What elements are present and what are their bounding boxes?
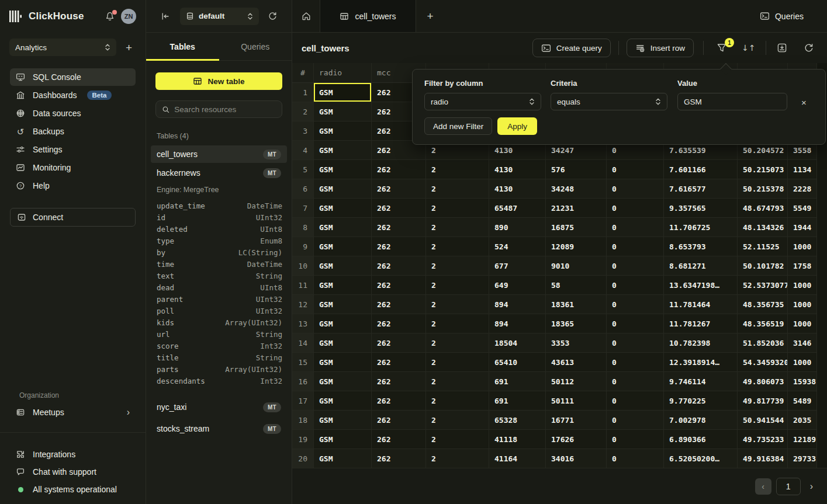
table-cell[interactable]: 691 (489, 391, 546, 411)
table-cell[interactable]: 262 (372, 411, 426, 430)
table-cell[interactable]: 1134 (788, 160, 817, 179)
table-cell[interactable]: 9.746114 (664, 372, 738, 391)
table-cell[interactable]: GSM (314, 430, 372, 449)
table-cell[interactable]: 4130 (489, 179, 546, 199)
table-cell[interactable]: 576 (546, 160, 607, 179)
table-cell[interactable]: 49.735233 (738, 430, 788, 449)
table-cell[interactable]: 1000 (788, 237, 817, 256)
table-cell[interactable]: 18361 (546, 295, 607, 314)
table-cell[interactable]: 262 (372, 276, 426, 295)
table-cell[interactable]: 262 (372, 372, 426, 391)
table-list-item-hackernews[interactable]: hackernews MT (151, 164, 287, 182)
home-tab-button[interactable] (292, 0, 320, 32)
table-cell[interactable]: 677 (489, 256, 546, 276)
new-tab-button[interactable]: + (416, 0, 444, 32)
table-cell[interactable]: 2 (426, 314, 489, 333)
sidebar-item-backups[interactable]: ↺ Backups (10, 123, 136, 140)
notifications-button[interactable] (105, 11, 115, 22)
table-cell[interactable]: 0 (607, 276, 664, 295)
column-header[interactable]: # (292, 63, 314, 83)
table-cell[interactable]: 2 (426, 218, 489, 237)
table-cell[interactable]: 0 (607, 199, 664, 218)
table-cell[interactable]: 262 (372, 333, 426, 353)
tab-cell-towers[interactable]: cell_towers (320, 0, 416, 32)
table-cell[interactable]: 52.11525 (738, 237, 788, 256)
table-cell[interactable]: GSM (314, 295, 372, 314)
table-cell[interactable]: 8.681271 (664, 256, 738, 276)
add-new-filter-button[interactable]: Add new Filter (424, 117, 492, 135)
create-query-button[interactable]: Create query (532, 39, 611, 57)
sort-button[interactable]: ↓↑ (742, 43, 756, 53)
table-cell[interactable]: 11.781267 (664, 314, 738, 333)
table-cell[interactable]: 0 (607, 160, 664, 179)
refresh-table-button[interactable] (802, 43, 816, 53)
sidebar-item-data-sources[interactable]: Data sources (10, 105, 136, 122)
table-cell[interactable]: 15938 (788, 372, 817, 391)
table-cell[interactable]: 262 (372, 430, 426, 449)
table-cell[interactable]: 649 (489, 276, 546, 295)
table-cell[interactable]: 262 (372, 160, 426, 179)
table-cell[interactable]: 3146 (788, 333, 817, 353)
table-cell[interactable]: 12189 (788, 430, 817, 449)
table-cell[interactable]: GSM (314, 391, 372, 411)
previous-page-button[interactable]: ‹ (755, 478, 771, 495)
table-cell[interactable]: GSM (314, 199, 372, 218)
table-cell[interactable]: GSM (314, 256, 372, 276)
table-cell[interactable]: 12089 (546, 237, 607, 256)
table-cell[interactable]: 2 (426, 276, 489, 295)
table-cell[interactable]: 2 (426, 160, 489, 179)
table-cell[interactable]: GSM (314, 276, 372, 295)
table-list-item-nyc-taxi[interactable]: nyc_taxi MT (151, 398, 287, 416)
table-cell[interactable]: 16875 (546, 218, 607, 237)
table-cell[interactable]: 2 (426, 430, 489, 449)
table-cell[interactable]: GSM (314, 121, 372, 141)
table-cell[interactable]: 9.357565 (664, 199, 738, 218)
table-cell[interactable]: 48.356735 (738, 295, 788, 314)
current-page-indicator[interactable]: 1 (776, 478, 801, 495)
table-cell[interactable]: 0 (607, 256, 664, 276)
table-cell[interactable]: 0 (607, 372, 664, 391)
sidebar-item-help[interactable]: ? Help (10, 177, 136, 194)
table-cell[interactable]: 0 (607, 391, 664, 411)
table-cell[interactable]: 262 (372, 314, 426, 333)
table-cell[interactable]: GSM (314, 372, 372, 391)
table-cell[interactable]: 1000 (788, 353, 817, 372)
table-cell[interactable]: 0 (607, 411, 664, 430)
table-cell[interactable]: 262 (372, 391, 426, 411)
table-cell[interactable]: 49.806073 (738, 372, 788, 391)
table-cell[interactable]: 29733 (788, 449, 817, 468)
table-cell[interactable]: 16771 (546, 411, 607, 430)
table-cell[interactable]: 34016 (546, 449, 607, 468)
next-page-button[interactable]: › (810, 481, 813, 492)
table-cell[interactable]: 50.941544 (738, 411, 788, 430)
table-cell[interactable]: GSM (314, 353, 372, 372)
collapse-panel-button[interactable] (161, 12, 170, 21)
table-cell[interactable]: 50.215378 (738, 179, 788, 199)
table-cell[interactable]: 0 (607, 449, 664, 468)
table-cell[interactable]: 8.653793 (664, 237, 738, 256)
refresh-resources-button[interactable] (268, 11, 278, 21)
table-cell[interactable]: 2 (426, 256, 489, 276)
insert-row-button[interactable]: Insert row (627, 39, 694, 57)
table-cell[interactable]: 21231 (546, 199, 607, 218)
table-cell[interactable]: 9010 (546, 256, 607, 276)
table-cell[interactable]: 1000 (788, 314, 817, 333)
sidebar-item-sql-console[interactable]: SQL Console (10, 68, 136, 86)
sidebar-item-monitoring[interactable]: Monitoring (10, 159, 136, 176)
table-cell[interactable]: 34248 (546, 179, 607, 199)
apply-filter-button[interactable]: Apply (497, 117, 537, 135)
table-cell[interactable]: 2 (426, 372, 489, 391)
table-cell[interactable]: 262 (372, 353, 426, 372)
table-cell[interactable]: 890 (489, 218, 546, 237)
sidebar-item-settings[interactable]: Settings (10, 141, 136, 158)
table-cell[interactable]: 0 (607, 179, 664, 199)
table-cell[interactable]: 58 (546, 276, 607, 295)
table-cell[interactable]: 18504 (489, 333, 546, 353)
table-cell[interactable]: 2 (426, 237, 489, 256)
table-cell[interactable]: 6.52050200… (664, 449, 738, 468)
table-cell[interactable]: 51.852036 (738, 333, 788, 353)
table-cell[interactable]: 10.782398 (664, 333, 738, 353)
table-cell[interactable]: 6.890366 (664, 430, 738, 449)
table-cell[interactable]: 65328 (489, 411, 546, 430)
table-cell[interactable]: GSM (314, 314, 372, 333)
